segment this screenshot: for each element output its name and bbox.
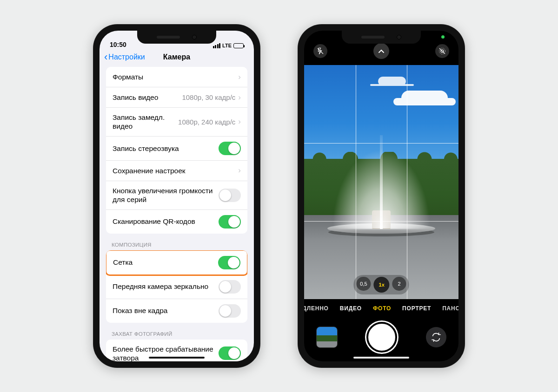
status-right: LTE bbox=[213, 43, 244, 48]
camera-mode[interactable]: ПОРТРЕТ bbox=[402, 305, 431, 312]
toggle-switch[interactable] bbox=[219, 304, 241, 318]
chevron-up-icon bbox=[378, 49, 385, 53]
zoom-selector: 0,51x2 bbox=[353, 275, 409, 294]
shutter-button[interactable] bbox=[366, 322, 397, 353]
settings-row[interactable]: Сканирование QR-кодов bbox=[106, 210, 247, 234]
settings-row[interactable]: Передняя камера зеркально bbox=[106, 275, 247, 299]
zoom-option[interactable]: 2 bbox=[392, 277, 406, 291]
toggle-switch[interactable] bbox=[219, 346, 241, 360]
settings-row-label: Показ вне кадра bbox=[113, 306, 219, 315]
settings-row-label: Кнопка увеличения громкости для серий bbox=[113, 186, 219, 204]
settings-row[interactable]: Запись замедл. видео1080p, 240 кадр/с› bbox=[106, 108, 247, 137]
phone-settings: 10:50 LTE ‹ Настройки Камера Форматы›Зап… bbox=[93, 24, 260, 368]
live-photo-button[interactable] bbox=[435, 44, 449, 58]
camera-viewfinder[interactable]: 0,51x2 bbox=[304, 65, 458, 299]
grid-line bbox=[304, 143, 458, 144]
camera-mode[interactable]: ЕДЛЕННО bbox=[304, 305, 329, 312]
settings-row[interactable]: Запись видео1080p, 30 кадр/с› bbox=[106, 87, 247, 108]
camera-mode[interactable]: ВИДЕО bbox=[340, 305, 362, 312]
battery-icon bbox=[233, 43, 244, 48]
settings-row[interactable]: Сетка bbox=[106, 250, 247, 276]
settings-row-label: Запись замедл. видео bbox=[113, 113, 178, 131]
chevron-right-icon: › bbox=[238, 166, 241, 175]
settings-row-detail: 1080p, 240 кадр/с bbox=[178, 118, 235, 126]
notch bbox=[342, 31, 421, 44]
flash-button[interactable] bbox=[313, 44, 327, 58]
carrier-label: LTE bbox=[222, 43, 232, 48]
settings-row[interactable]: Показ вне кадра bbox=[106, 299, 247, 323]
group-header: КОМПОЗИЦИЯ bbox=[106, 242, 247, 250]
settings-row-label: Сетка bbox=[113, 258, 218, 267]
toggle-switch[interactable] bbox=[218, 256, 240, 269]
settings-content[interactable]: Форматы›Запись видео1080p, 30 кадр/с›Зап… bbox=[100, 67, 254, 361]
settings-row-label: Запись видео bbox=[113, 93, 182, 102]
chevron-right-icon: › bbox=[238, 93, 241, 102]
camera-options-button[interactable] bbox=[373, 43, 389, 59]
status-time: 10:50 bbox=[110, 41, 126, 48]
settings-row-label: Передняя камера зеркально bbox=[113, 282, 219, 291]
settings-row-label: Запись стереозвука bbox=[113, 144, 219, 153]
camera-screen: 0,51x2 ЕДЛЕННОВИДЕОФОТОПОРТРЕТПАНОР bbox=[304, 31, 458, 361]
toggle-switch[interactable] bbox=[219, 142, 241, 155]
zoom-option[interactable]: 1x bbox=[374, 277, 390, 293]
toggle-switch[interactable] bbox=[219, 189, 241, 202]
toggle-switch[interactable] bbox=[219, 280, 241, 294]
camera-active-indicator-icon bbox=[441, 35, 445, 39]
settings-row[interactable]: Запись стереозвука bbox=[106, 137, 247, 161]
back-button[interactable]: ‹ Настройки bbox=[104, 52, 145, 62]
camera-mode[interactable]: ПАНОР bbox=[442, 305, 458, 312]
zoom-option[interactable]: 0,5 bbox=[356, 277, 371, 291]
settings-row[interactable]: Сохранение настроек› bbox=[106, 161, 247, 181]
toggle-switch[interactable] bbox=[219, 215, 241, 229]
switch-camera-icon bbox=[431, 332, 441, 342]
phone-camera: 0,51x2 ЕДЛЕННОВИДЕОФОТОПОРТРЕТПАНОР bbox=[298, 24, 465, 368]
notch bbox=[137, 31, 216, 44]
settings-row-detail: 1080p, 30 кадр/с bbox=[182, 93, 235, 101]
nav-bar: ‹ Настройки Камера bbox=[100, 49, 254, 67]
flash-off-icon bbox=[317, 47, 324, 55]
thumbnail-image bbox=[317, 327, 337, 347]
camera-bottom-bar bbox=[304, 317, 458, 361]
settings-row-label: Сохранение настроек bbox=[113, 166, 238, 175]
grid-line bbox=[407, 65, 407, 299]
home-indicator[interactable] bbox=[353, 357, 409, 359]
home-indicator[interactable] bbox=[149, 357, 205, 359]
switch-camera-button[interactable] bbox=[426, 327, 446, 347]
settings-group: Форматы›Запись видео1080p, 30 кадр/с›Зап… bbox=[106, 67, 247, 234]
settings-row-label: Форматы bbox=[113, 72, 238, 81]
chevron-left-icon: ‹ bbox=[104, 52, 107, 62]
settings-group: СеткаПередняя камера зеркальноПоказ вне … bbox=[106, 250, 247, 323]
settings-row[interactable]: Кнопка увеличения громкости для серий bbox=[106, 181, 247, 210]
chevron-right-icon: › bbox=[238, 117, 241, 126]
settings-row[interactable]: Форматы› bbox=[106, 67, 247, 87]
last-photo-thumbnail[interactable] bbox=[316, 327, 338, 348]
page-title: Камера bbox=[163, 53, 190, 61]
signal-icon bbox=[213, 43, 221, 48]
viewfinder-image bbox=[304, 65, 458, 299]
settings-screen: 10:50 LTE ‹ Настройки Камера Форматы›Зап… bbox=[100, 31, 254, 361]
settings-row-label: Более быстрое срабатывание затвора bbox=[113, 345, 219, 362]
chevron-right-icon: › bbox=[238, 72, 241, 82]
grid-line bbox=[356, 65, 356, 299]
settings-row-label: Сканирование QR-кодов bbox=[113, 217, 219, 226]
live-photo-off-icon bbox=[438, 47, 446, 55]
group-header: ЗАХВАТ ФОТОГРАФИЙ bbox=[106, 331, 247, 340]
grid-line bbox=[304, 221, 458, 222]
back-label: Настройки bbox=[108, 53, 145, 61]
camera-mode-strip[interactable]: ЕДЛЕННОВИДЕОФОТОПОРТРЕТПАНОР bbox=[304, 300, 458, 317]
camera-mode[interactable]: ФОТО bbox=[373, 305, 391, 312]
